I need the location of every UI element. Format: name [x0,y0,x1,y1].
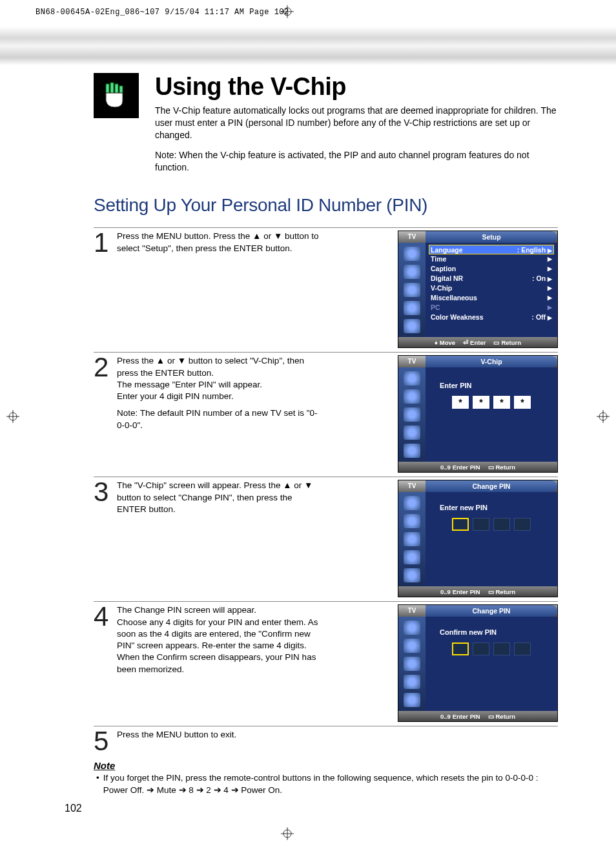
menu-item: Time [431,255,446,263]
menu-item: Color Weakness [431,313,484,321]
note-text: If you forget the PIN, press the remote-… [103,772,558,797]
svg-rect-4 [110,83,114,93]
menu-item: V-Chip [431,284,452,292]
pin-digit [514,518,531,531]
pin-digit: * [452,396,469,409]
crop-mark-top [281,5,294,18]
menu-item: Digital NR [431,274,463,282]
file-header: BN68-00645A-02Eng_086~107 9/15/04 11:17 … [0,0,616,17]
step-2-text: Press the ▲ or ▼ button to select "V-Chi… [117,355,323,402]
header-gradient [0,26,616,65]
confirm-new-pin-label: Confirm new PIN [435,628,548,636]
enter-pin-label: Enter PIN [435,382,548,389]
enter-new-pin-label: Enter new PIN [435,504,548,511]
osd-change-pin: TVChange PIN Enter new PIN [398,480,558,597]
intro-1: The V-Chip feature automatically locks o… [155,105,558,141]
bullet-icon: • [94,772,99,797]
pin-digit [452,642,469,655]
crop-mark-right [597,410,610,423]
pin-digit [514,642,531,655]
osd-title: Setup [426,231,557,243]
menu-item: Language [431,246,463,254]
section-heading: Setting Up Your Personal ID Number (PIN) [94,195,558,216]
page-title: Using the V-Chip [155,73,558,101]
svg-rect-6 [119,86,123,93]
page-number: 102 [65,803,82,814]
menu-item: PC [431,303,440,311]
menu-item: Caption [431,265,456,272]
step-number: 2 [94,355,112,380]
step-1-text: Press the MENU button. Press the ▲ or ▼ … [117,231,323,254]
osd-confirm-pin: TVChange PIN Confirm new PIN [398,604,558,722]
svg-rect-3 [106,84,109,93]
note-heading: Note [94,760,558,771]
step-number: 1 [94,231,112,255]
pin-digit [493,642,510,655]
tv-label: TV [398,231,426,243]
intro-2: Note: When the V-chip feature is activat… [155,149,558,174]
pin-digit [473,642,489,655]
osd-vchip: TVV-Chip Enter PIN * * * * [398,355,558,473]
hand-icon [94,73,139,118]
osd-setup: TVSetup Language: English ▶ Time▶ Captio… [398,231,558,348]
pin-digit [473,518,489,531]
step-number: 3 [94,480,112,504]
step-3-text: The "V-Chip" screen will appear. Press t… [117,480,323,515]
pin-digit: * [514,396,531,409]
pin-digit [493,518,510,531]
pin-digit: * [473,396,489,409]
pin-digit: * [493,396,510,409]
crop-mark-bottom [281,827,294,840]
step-4-text: The Change PIN screen will appear. Choos… [117,604,323,675]
step-number: 5 [94,729,112,754]
pin-digit [452,518,469,531]
menu-item: Miscellaneous [431,294,477,302]
step-2-note: Note: The default PIN number of a new TV… [117,407,323,431]
step-5-text: Press the MENU button to exit. [117,729,323,741]
svg-rect-5 [115,84,118,93]
step-number: 4 [94,604,112,629]
crop-mark-left [6,410,19,423]
